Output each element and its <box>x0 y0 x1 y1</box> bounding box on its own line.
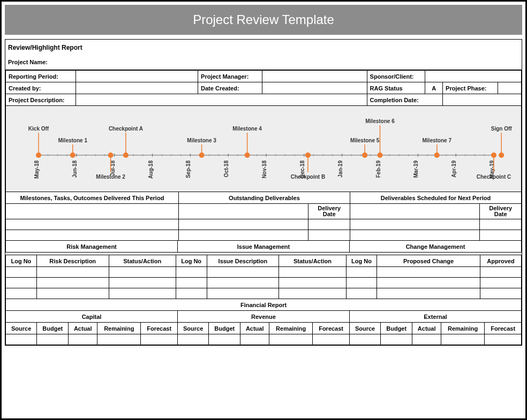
table-cell[interactable] <box>209 334 240 345</box>
svg-text:Mar-19: Mar-19 <box>413 161 419 178</box>
table-cell[interactable] <box>377 288 480 299</box>
revenue-header: Revenue <box>177 311 349 323</box>
svg-point-85 <box>434 152 440 158</box>
table-cell[interactable] <box>308 230 350 241</box>
svg-text:Checkpoint C: Checkpoint C <box>477 174 511 180</box>
info-table: Reporting Period: Project Manager: Spons… <box>5 70 522 192</box>
svg-text:Kick Off: Kick Off <box>28 126 49 132</box>
table-cell[interactable] <box>480 288 521 299</box>
completion-date-label: Completion Date: <box>367 94 442 106</box>
fin-source-2: Source <box>177 323 208 334</box>
table-cell[interactable] <box>97 334 141 345</box>
project-name-label: Project Name: <box>8 59 519 65</box>
sponsor-client-value[interactable] <box>425 71 522 82</box>
table-cell[interactable] <box>240 334 269 345</box>
table-cell[interactable] <box>6 267 37 278</box>
svg-text:Checkpoint B: Checkpoint B <box>291 174 325 180</box>
project-manager-label: Project Manager: <box>198 71 262 82</box>
delivery-date-label-2: Delivery Date <box>480 204 522 219</box>
svg-point-73 <box>199 152 205 158</box>
fin-remaining-3: Remaining <box>441 323 485 334</box>
timeline-svg: May-18Jun-18Jul-18Aug-18Sep-18Oct-18Nov-… <box>6 106 521 192</box>
table-cell[interactable] <box>480 278 521 288</box>
table-cell[interactable] <box>207 267 279 278</box>
table-cell[interactable] <box>36 267 109 278</box>
table-cell[interactable] <box>178 230 308 241</box>
table-cell[interactable] <box>377 267 480 278</box>
svg-text:Feb-19: Feb-19 <box>375 161 381 178</box>
table-cell[interactable] <box>178 219 308 230</box>
table-cell[interactable] <box>346 278 377 288</box>
table-cell[interactable] <box>346 267 377 278</box>
fin-budget-2: Budget <box>209 323 240 334</box>
table-cell[interactable] <box>177 334 208 345</box>
table-cell[interactable] <box>412 334 441 345</box>
table-cell[interactable] <box>313 334 350 345</box>
project-manager-value[interactable] <box>262 71 367 82</box>
svg-text:Jun-18: Jun-18 <box>72 161 78 178</box>
date-created-value[interactable] <box>262 82 367 94</box>
table-cell[interactable] <box>349 334 380 345</box>
table-cell[interactable] <box>480 230 522 241</box>
table-cell[interactable] <box>176 278 207 288</box>
table-cell[interactable] <box>346 288 377 299</box>
table-cell[interactable] <box>6 288 37 299</box>
table-cell[interactable] <box>176 288 207 299</box>
rag-status-value: A <box>425 82 443 94</box>
reporting-period-value[interactable] <box>76 71 198 82</box>
project-description-value[interactable] <box>76 94 367 106</box>
title-banner: Project Review Template <box>5 5 522 35</box>
fin-budget-1: Budget <box>37 323 69 334</box>
deliv1-sub[interactable] <box>6 204 179 219</box>
table-cell[interactable] <box>480 219 522 230</box>
table-cell[interactable] <box>109 288 176 299</box>
table-cell[interactable] <box>207 278 279 288</box>
risk-mgmt-header: Risk Management <box>6 241 178 253</box>
svg-point-76 <box>245 152 250 158</box>
table-cell[interactable] <box>6 230 179 241</box>
svg-text:Sep-18: Sep-18 <box>185 161 191 178</box>
table-cell[interactable] <box>109 278 176 288</box>
table-cell[interactable] <box>36 288 109 299</box>
deliverables-table: Milestones, Tasks, Outcomes Delivered Th… <box>5 192 522 241</box>
fin-budget-3: Budget <box>381 323 412 334</box>
deliv3-sub[interactable] <box>350 204 479 219</box>
table-cell[interactable] <box>485 334 522 345</box>
table-cell[interactable] <box>279 288 346 299</box>
external-header: External <box>349 311 521 323</box>
table-cell[interactable] <box>69 334 97 345</box>
table-cell[interactable] <box>36 278 109 288</box>
project-phase-value[interactable] <box>498 82 522 94</box>
svg-text:Milestone 6: Milestone 6 <box>365 118 395 124</box>
deliv2-sub[interactable] <box>178 204 308 219</box>
fin-actual-3: Actual <box>412 323 441 334</box>
table-cell[interactable] <box>381 334 412 345</box>
svg-text:Milestone 5: Milestone 5 <box>350 138 380 143</box>
table-cell[interactable] <box>350 230 479 241</box>
svg-text:Nov-18: Nov-18 <box>261 161 267 179</box>
table-cell[interactable] <box>6 334 37 345</box>
table-cell[interactable] <box>377 278 480 288</box>
completion-date-value[interactable] <box>443 94 522 106</box>
financial-title-table: Financial Report <box>5 299 522 311</box>
table-cell[interactable] <box>6 219 179 230</box>
table-cell[interactable] <box>109 267 176 278</box>
table-cell[interactable] <box>176 267 207 278</box>
table-cell[interactable] <box>141 334 178 345</box>
table-cell[interactable] <box>350 219 479 230</box>
fin-actual-2: Actual <box>240 323 269 334</box>
table-cell[interactable] <box>308 219 350 230</box>
timeline-chart: May-18Jun-18Jul-18Aug-18Sep-18Oct-18Nov-… <box>6 106 522 192</box>
created-by-value[interactable] <box>76 82 198 94</box>
table-cell[interactable] <box>269 334 313 345</box>
risk-desc-label: Risk Description <box>36 255 109 267</box>
deliv-header-1: Milestones, Tasks, Outcomes Delivered Th… <box>6 192 179 204</box>
table-cell[interactable] <box>6 278 37 288</box>
report-title: Review/Highlight Report <box>8 44 519 51</box>
table-cell[interactable] <box>37 334 69 345</box>
table-cell[interactable] <box>279 267 346 278</box>
table-cell[interactable] <box>441 334 485 345</box>
table-cell[interactable] <box>480 267 521 278</box>
table-cell[interactable] <box>207 288 279 299</box>
table-cell[interactable] <box>279 278 346 288</box>
